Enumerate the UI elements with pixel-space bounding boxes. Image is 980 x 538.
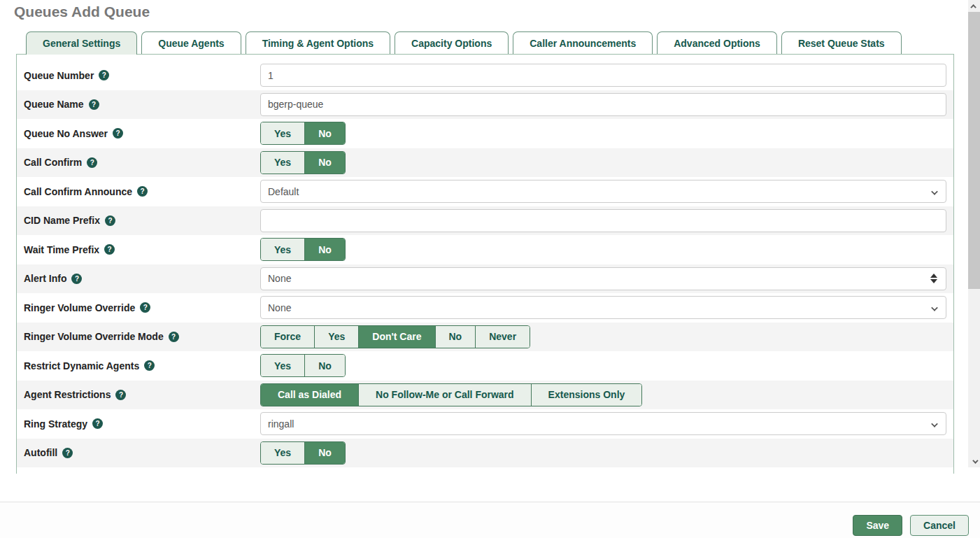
help-icon[interactable]: ? xyxy=(92,418,103,429)
cancel-button[interactable]: Cancel xyxy=(910,515,969,536)
agent-restrictions-toggle-group: Call as DialedNo Follow-Me or Call Forwa… xyxy=(260,383,642,406)
field-label: Call Confirm? xyxy=(17,157,97,168)
scroll-up-arrow-icon[interactable] xyxy=(968,0,980,12)
alert-info-select[interactable]: None xyxy=(260,267,946,290)
help-icon[interactable]: ? xyxy=(71,274,82,284)
row-ring-strategy: Ring Strategy?ringall xyxy=(17,409,953,439)
help-icon[interactable]: ? xyxy=(87,157,97,168)
queue-no-answer-toggle-group: YesNo xyxy=(260,122,346,145)
help-icon[interactable]: ? xyxy=(137,186,148,197)
field-label-text: Alert Info xyxy=(24,273,66,284)
help-icon[interactable]: ? xyxy=(169,332,179,342)
force-toggle-button[interactable]: Force xyxy=(261,326,314,348)
queue-number-input[interactable] xyxy=(260,64,946,87)
yes-toggle-button[interactable]: Yes xyxy=(261,442,304,464)
yes-toggle-button[interactable]: Yes xyxy=(261,152,304,174)
row-call-confirm-announce: Call Confirm Announce?Default xyxy=(17,177,953,206)
field-label: Wait Time Prefix? xyxy=(17,244,115,255)
tab-advanced-options[interactable]: Advanced Options xyxy=(657,31,777,54)
row-partial xyxy=(17,467,953,474)
chevron-down-icon xyxy=(931,304,938,311)
autofill-toggle-group: YesNo xyxy=(260,441,346,465)
row-autofill: Autofill?YesNo xyxy=(17,439,953,468)
field-control xyxy=(260,64,946,87)
help-icon[interactable]: ? xyxy=(89,99,99,110)
queues-add-queue-page: Queues Add Queue General SettingsQueue A… xyxy=(0,0,980,538)
ringer-volume-override-mode-toggle-group: ForceYesDon't CareNoNever xyxy=(260,325,530,348)
field-label-text: Autofill xyxy=(24,447,57,458)
yes-toggle-button[interactable]: Yes xyxy=(261,355,304,376)
restrict-dynamic-agents-toggle-group: YesNo xyxy=(260,354,346,377)
help-icon[interactable]: ? xyxy=(140,302,150,313)
field-label: Ring Strategy? xyxy=(17,418,103,430)
field-control: ForceYesDon't CareNoNever xyxy=(260,325,946,349)
help-icon[interactable]: ? xyxy=(99,70,109,80)
ring-strategy-select[interactable]: ringall xyxy=(260,412,946,435)
tab-bar: General SettingsQueue AgentsTiming & Age… xyxy=(26,31,902,55)
queue-name-input[interactable] xyxy=(260,93,946,116)
wait-time-prefix-toggle-group: YesNo xyxy=(260,238,346,261)
help-icon[interactable]: ? xyxy=(115,390,126,400)
help-icon[interactable]: ? xyxy=(105,215,115,226)
field-label: Ringer Volume Override? xyxy=(17,302,150,313)
scrollbar-thumb[interactable] xyxy=(968,12,980,289)
field-control: YesNo xyxy=(260,122,946,146)
field-label-text: Ring Strategy xyxy=(24,418,87,430)
no-toggle-button[interactable]: No xyxy=(304,355,345,376)
no-toggle-button[interactable]: No xyxy=(304,122,345,144)
field-label-text: Queue No Answer xyxy=(24,128,108,139)
no-toggle-button[interactable]: No xyxy=(304,239,345,260)
tab-reset-queue-stats[interactable]: Reset Queue Stats xyxy=(781,31,902,54)
row-ringer-volume-override-mode: Ringer Volume Override Mode?ForceYesDon'… xyxy=(17,323,953,352)
field-label-text: Queue Number xyxy=(24,70,94,81)
field-label-text: Call Confirm Announce xyxy=(24,186,132,197)
field-label-text: Wait Time Prefix xyxy=(24,244,99,255)
selected-value: None xyxy=(268,273,291,284)
help-icon[interactable]: ? xyxy=(113,128,123,139)
no-toggle-button[interactable]: No xyxy=(435,326,476,348)
no-follow-me-or-call-forward-toggle-button[interactable]: No Follow-Me or Call Forward xyxy=(358,384,531,406)
tab-timing-agent-options[interactable]: Timing & Agent Options xyxy=(246,31,390,54)
scrollbar[interactable] xyxy=(968,0,980,467)
never-toggle-button[interactable]: Never xyxy=(475,326,530,348)
yes-toggle-button[interactable]: Yes xyxy=(261,122,304,144)
chevron-down-icon xyxy=(931,420,938,427)
call-confirm-announce-select[interactable]: Default xyxy=(260,180,946,203)
scroll-down-arrow-icon[interactable] xyxy=(968,455,980,467)
no-toggle-button[interactable]: No xyxy=(304,152,345,174)
no-toggle-button[interactable]: No xyxy=(304,442,345,464)
field-label-text: Queue Name xyxy=(24,99,84,110)
yes-toggle-button[interactable]: Yes xyxy=(261,239,304,260)
field-label-text: CID Name Prefix xyxy=(24,215,100,226)
field-control: YesNo xyxy=(260,151,946,175)
help-icon[interactable]: ? xyxy=(62,448,73,458)
save-button[interactable]: Save xyxy=(853,515,902,536)
field-label: Restrict Dynamic Agents? xyxy=(17,360,155,371)
chevron-down-icon xyxy=(931,188,938,195)
field-label: Alert Info? xyxy=(17,273,82,284)
call-as-dialed-toggle-button[interactable]: Call as Dialed xyxy=(261,384,358,406)
field-label: CID Name Prefix? xyxy=(17,215,115,226)
general-settings-panel: Queue Number?Queue Name?Queue No Answer?… xyxy=(16,54,954,474)
tab-caller-announcements[interactable]: Caller Announcements xyxy=(513,31,653,54)
help-icon[interactable]: ? xyxy=(144,360,155,371)
tab-queue-agents[interactable]: Queue Agents xyxy=(141,31,241,54)
field-control xyxy=(260,470,946,474)
don-t-care-toggle-button[interactable]: Don't Care xyxy=(358,326,434,348)
field-label-text: Ringer Volume Override Mode xyxy=(24,331,164,342)
field-label-text: Restrict Dynamic Agents xyxy=(24,360,139,371)
cid-name-prefix-input[interactable] xyxy=(260,209,946,232)
extensions-only-toggle-button[interactable]: Extensions Only xyxy=(531,384,642,406)
field-control: YesNo xyxy=(260,354,946,378)
selected-value: Default xyxy=(268,186,299,197)
ringer-volume-override-select[interactable]: None xyxy=(260,296,946,319)
field-control: ringall xyxy=(260,412,946,436)
field-control: Call as DialedNo Follow-Me or Call Forwa… xyxy=(260,383,946,407)
tab-general-settings[interactable]: General Settings xyxy=(26,31,137,55)
footer-bar: Save Cancel xyxy=(0,502,980,538)
yes-toggle-button[interactable]: Yes xyxy=(314,326,358,348)
row-queue-name: Queue Name? xyxy=(17,90,953,120)
field-label: Agent Restrictions? xyxy=(17,389,126,400)
tab-capacity-options[interactable]: Capacity Options xyxy=(395,31,509,54)
help-icon[interactable]: ? xyxy=(104,244,115,255)
